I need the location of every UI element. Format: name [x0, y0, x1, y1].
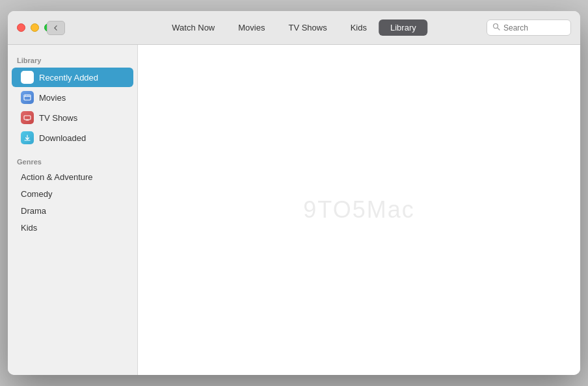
library-items-container: Recently AddedMoviesTV ShowsDownloaded [8, 68, 137, 148]
close-button[interactable] [17, 23, 25, 32]
movies-icon [21, 91, 34, 104]
svg-line-1 [498, 28, 500, 30]
back-button[interactable] [47, 21, 65, 35]
svg-line-4 [27, 77, 29, 78]
svg-rect-10 [24, 116, 31, 120]
sidebar-label-downloaded: Downloaded [39, 133, 86, 143]
tvshows-icon [21, 111, 34, 124]
main-content: Library Recently AddedMoviesTV ShowsDown… [8, 45, 580, 375]
search-icon [492, 23, 500, 32]
genre-item-drama[interactable]: Drama [12, 203, 133, 219]
window-controls [8, 23, 53, 32]
sidebar-label-movies: Movies [39, 93, 66, 103]
sidebar-item-downloaded[interactable]: Downloaded [12, 128, 133, 148]
genre-item-comedy[interactable]: Comedy [12, 186, 133, 202]
genres-section-label: Genres [8, 154, 137, 168]
recently-added-icon [21, 71, 34, 84]
library-section-label: Library [8, 53, 137, 67]
sidebar-item-recently-added[interactable]: Recently Added [12, 68, 133, 87]
titlebar: Watch NowMoviesTV ShowsKidsLibrary [8, 11, 580, 45]
nav-tab-tv-shows[interactable]: TV Shows [276, 19, 338, 36]
genres-section: Genres Action & AdventureComedyDramaKids [8, 154, 137, 236]
search-bar[interactable] [487, 19, 571, 36]
app-window: Watch NowMoviesTV ShowsKidsLibrary Libra… [8, 11, 580, 375]
sidebar-label-recently-added: Recently Added [39, 73, 98, 83]
search-input[interactable] [503, 23, 565, 32]
sidebar-item-movies[interactable]: Movies [12, 88, 133, 107]
genre-item-action-adventure[interactable]: Action & Adventure [12, 169, 133, 185]
watermark: 9TO5Mac [303, 196, 414, 224]
nav-tab-kids[interactable]: Kids [339, 19, 379, 36]
nav-tab-movies[interactable]: Movies [226, 19, 276, 36]
sidebar: Library Recently AddedMoviesTV ShowsDown… [8, 45, 138, 375]
sidebar-item-tv-shows[interactable]: TV Shows [12, 108, 133, 127]
genre-items-container: Action & AdventureComedyDramaKids [8, 169, 137, 236]
nav-tab-watch-now[interactable]: Watch Now [160, 19, 226, 36]
sidebar-label-tv-shows: TV Shows [39, 113, 77, 123]
nav-tabs: Watch NowMoviesTV ShowsKidsLibrary [160, 19, 427, 36]
genre-item-kids[interactable]: Kids [12, 220, 133, 236]
main-area: 9TO5Mac [138, 45, 580, 375]
nav-tab-library[interactable]: Library [379, 19, 428, 36]
downloaded-icon [21, 131, 34, 144]
minimize-button[interactable] [31, 23, 39, 32]
